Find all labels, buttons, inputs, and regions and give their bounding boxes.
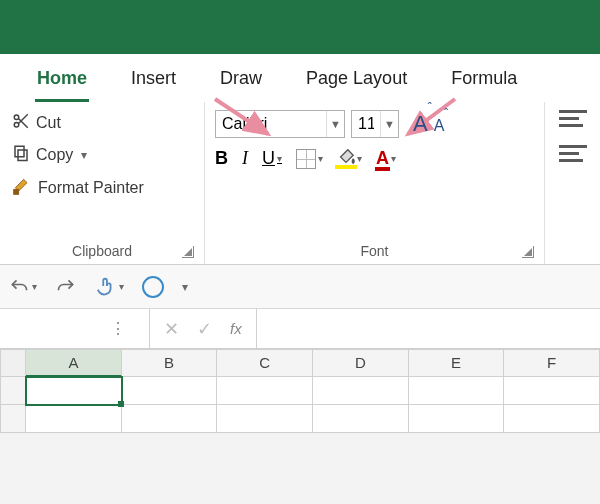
- svg-point-2: [14, 115, 19, 120]
- tab-draw[interactable]: Draw: [218, 68, 264, 102]
- cell[interactable]: [122, 377, 218, 405]
- group-font: ▼ ▼ A A B I U▾ ▾: [205, 102, 545, 264]
- chevron-down-icon[interactable]: ▼: [326, 111, 344, 137]
- decrease-font-size-button[interactable]: A: [434, 117, 445, 135]
- redo-button[interactable]: [55, 277, 77, 297]
- group-alignment: [545, 102, 587, 264]
- font-group-label: Font: [215, 240, 534, 262]
- copy-label: Copy: [36, 146, 73, 164]
- chevron-down-icon: ▾: [318, 153, 323, 164]
- column-header-d[interactable]: D: [313, 349, 409, 377]
- font-color-button[interactable]: A ▾: [376, 148, 396, 169]
- group-clipboard: Cut Copy ▾ Format Painter Clipbo: [0, 102, 205, 264]
- svg-line-5: [19, 114, 28, 123]
- copy-button[interactable]: Copy ▾: [10, 142, 146, 168]
- font-color-icon: A: [376, 148, 389, 169]
- tab-formulas[interactable]: Formula: [449, 68, 519, 102]
- column-header-b[interactable]: B: [122, 349, 218, 377]
- fill-color-button[interactable]: ▾: [337, 152, 362, 166]
- cell[interactable]: [504, 405, 600, 433]
- select-all-corner[interactable]: [0, 349, 26, 377]
- ribbon: Cut Copy ▾ Format Painter Clipbo: [0, 102, 600, 265]
- format-painter-button[interactable]: Format Painter: [10, 174, 146, 202]
- undo-icon: [8, 277, 30, 297]
- increase-font-size-button[interactable]: A: [413, 111, 428, 137]
- scissors-icon: [12, 112, 30, 134]
- cell[interactable]: [313, 377, 409, 405]
- column-header-c[interactable]: C: [217, 349, 313, 377]
- paintbrush-icon: [12, 176, 32, 200]
- chevron-down-icon: ▾: [119, 281, 124, 292]
- borders-button[interactable]: ▾: [296, 149, 323, 169]
- column-header-a[interactable]: A: [26, 349, 122, 377]
- font-size-input[interactable]: [352, 115, 380, 133]
- align-left-button[interactable]: [559, 145, 587, 162]
- svg-rect-6: [18, 150, 27, 161]
- font-name-combo[interactable]: ▼: [215, 110, 345, 138]
- customize-qat-button[interactable]: ▾: [182, 280, 188, 294]
- undo-button[interactable]: ▾: [8, 277, 37, 297]
- row-header[interactable]: [0, 377, 26, 405]
- circle-button[interactable]: [142, 276, 164, 298]
- svg-line-4: [19, 119, 28, 128]
- font-size-combo[interactable]: ▼: [351, 110, 399, 138]
- borders-icon: [296, 149, 316, 169]
- redo-icon: [55, 277, 77, 297]
- cell[interactable]: [122, 405, 218, 433]
- formula-input[interactable]: [256, 309, 600, 348]
- clipboard-group-label: Clipboard: [10, 240, 194, 262]
- cell[interactable]: [409, 405, 505, 433]
- tab-insert[interactable]: Insert: [129, 68, 178, 102]
- paint-bucket-icon: [337, 152, 355, 166]
- enter-formula-button[interactable]: ✓: [197, 318, 212, 340]
- cell[interactable]: [409, 377, 505, 405]
- touch-icon: [95, 276, 117, 298]
- chevron-down-icon: ▾: [357, 153, 362, 164]
- svg-point-3: [14, 123, 19, 128]
- font-name-input[interactable]: [216, 115, 326, 133]
- cell[interactable]: [504, 377, 600, 405]
- name-box-input[interactable]: [0, 320, 110, 337]
- worksheet-grid: A B C D E F: [0, 349, 600, 433]
- cut-label: Cut: [36, 114, 61, 132]
- chevron-down-icon: ▾: [277, 153, 282, 164]
- ribbon-tabs: Home Insert Draw Page Layout Formula: [0, 54, 600, 102]
- bold-button[interactable]: B: [215, 148, 228, 169]
- column-header-e[interactable]: E: [409, 349, 505, 377]
- cell-a1[interactable]: [26, 377, 122, 405]
- align-top-button[interactable]: [559, 110, 587, 127]
- row-header[interactable]: [0, 405, 26, 433]
- cell[interactable]: [217, 377, 313, 405]
- svg-rect-8: [14, 189, 19, 194]
- name-box[interactable]: ⋮: [0, 309, 150, 348]
- format-painter-label: Format Painter: [38, 179, 144, 197]
- quick-access-toolbar: ▾ ▾ ▾: [0, 265, 600, 309]
- title-bar: [0, 0, 600, 54]
- chevron-down-icon: ▾: [81, 148, 87, 162]
- clipboard-dialog-launcher[interactable]: [182, 246, 194, 258]
- chevron-down-icon: ▾: [391, 153, 396, 164]
- column-header-f[interactable]: F: [504, 349, 600, 377]
- fx-icon[interactable]: fx: [230, 320, 242, 337]
- circle-icon: [142, 276, 164, 298]
- chevron-down-icon[interactable]: ⋮: [110, 319, 126, 338]
- tab-page-layout[interactable]: Page Layout: [304, 68, 409, 102]
- cell[interactable]: [26, 405, 122, 433]
- chevron-down-icon[interactable]: ▼: [380, 111, 398, 137]
- italic-button[interactable]: I: [242, 148, 248, 169]
- tab-home[interactable]: Home: [35, 68, 89, 102]
- cell[interactable]: [217, 405, 313, 433]
- cancel-formula-button[interactable]: ✕: [164, 318, 179, 340]
- formula-bar: ⋮ ✕ ✓ fx: [0, 309, 600, 349]
- copy-icon: [12, 144, 30, 166]
- touch-mode-button[interactable]: ▾: [95, 276, 124, 298]
- underline-button[interactable]: U▾: [262, 148, 282, 169]
- font-dialog-launcher[interactable]: [522, 246, 534, 258]
- cell[interactable]: [313, 405, 409, 433]
- svg-rect-7: [15, 146, 24, 157]
- chevron-down-icon: ▾: [32, 281, 37, 292]
- cut-button[interactable]: Cut: [10, 110, 146, 136]
- customize-icon: ▾: [182, 280, 188, 294]
